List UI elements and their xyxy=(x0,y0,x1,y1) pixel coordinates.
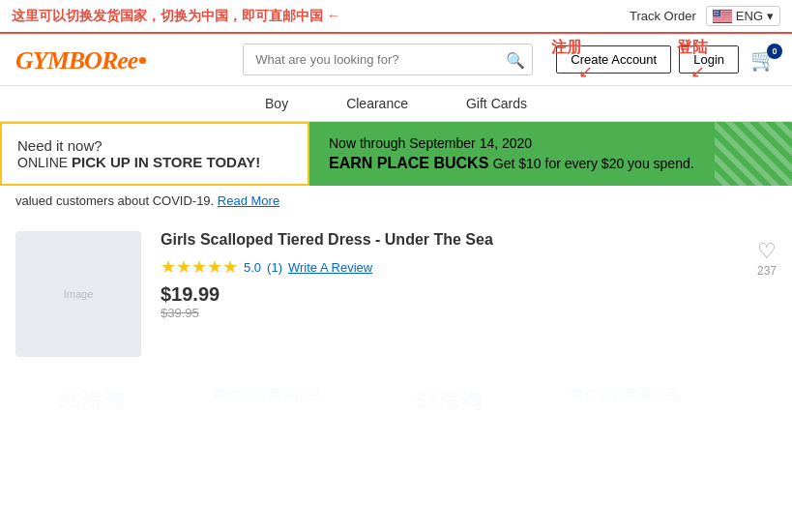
svg-rect-5 xyxy=(713,18,732,19)
create-account-button[interactable]: Create Account xyxy=(556,45,671,74)
write-review-link[interactable]: Write A Review xyxy=(288,260,372,275)
svg-rect-6 xyxy=(713,20,732,21)
header-actions: Create Account Login 🛒 0 xyxy=(556,45,777,74)
announcement-text: 这里可以切换发货国家，切换为中国，即可直邮中国 ← xyxy=(12,8,340,25)
promo-pickup-banner: Need it now? ONLINE PICK UP IN STORE TOD… xyxy=(0,122,309,186)
product-price: $19.99 xyxy=(161,283,738,306)
language-selector[interactable]: ENG ▾ xyxy=(706,6,780,26)
svg-point-8 xyxy=(714,10,715,11)
svg-point-21 xyxy=(715,15,716,15)
svg-point-10 xyxy=(717,10,718,11)
search-input[interactable] xyxy=(243,44,533,75)
wishlist-heart-icon[interactable]: ♡ xyxy=(757,239,777,264)
search-icon: 🔍 xyxy=(506,51,525,68)
product-image: Image xyxy=(15,231,141,357)
wishlist-count: 237 xyxy=(757,264,777,278)
svg-point-12 xyxy=(714,12,715,13)
covid-read-more-link[interactable]: Read More xyxy=(218,193,279,208)
product-area: Image Girls Scalloped Tiered Dress - Und… xyxy=(0,216,792,372)
svg-point-13 xyxy=(715,12,716,13)
nav-item-gift-cards[interactable]: Gift Cards xyxy=(466,96,527,111)
track-order-link[interactable]: Track Order xyxy=(630,9,696,23)
svg-point-17 xyxy=(715,13,716,14)
site-header: GYMBORee 🔍 Create Account Login 🛒 0 注册 登… xyxy=(0,34,792,86)
wishlist-area: ♡ 237 xyxy=(757,239,777,278)
nav-item-boy[interactable]: Boy xyxy=(265,96,288,111)
promo-earn-strong: EARN PLACE BUCKS xyxy=(329,155,488,171)
login-button[interactable]: Login xyxy=(679,45,739,74)
product-rating-row: ★★★★★ 5.0 (1) Write A Review xyxy=(161,256,738,278)
svg-point-15 xyxy=(718,12,719,13)
svg-point-16 xyxy=(714,13,715,14)
svg-point-23 xyxy=(718,15,719,15)
product-info: Girls Scalloped Tiered Dress - Under The… xyxy=(161,231,738,320)
promo-earn-detail: Get $10 for every $20 you spend. xyxy=(493,156,694,171)
svg-point-11 xyxy=(718,10,719,11)
main-navigation: Boy Clearance Gift Cards xyxy=(0,86,792,122)
svg-point-9 xyxy=(715,10,716,11)
promo-need-it-text: Need it now? xyxy=(17,137,292,154)
logo-dot xyxy=(139,57,146,64)
covid-text: valued customers about COVID-19. xyxy=(15,193,214,208)
search-bar: 🔍 xyxy=(243,44,533,75)
lang-label: ENG xyxy=(736,9,763,23)
promo-bucks-banner: Now through September 14, 2020 EARN PLAC… xyxy=(309,122,792,186)
covid-notice: valued customers about COVID-19. Read Mo… xyxy=(0,186,792,216)
search-button[interactable]: 🔍 xyxy=(506,50,525,69)
stripes-decoration xyxy=(715,122,792,186)
promo-earn-text: EARN PLACE BUCKS Get $10 for every $20 y… xyxy=(329,155,773,172)
promo-online-text: ONLINE xyxy=(17,155,68,170)
product-review-count[interactable]: (1) xyxy=(267,260,282,275)
product-image-placeholder-text: Image xyxy=(64,288,94,300)
promo-area: Need it now? ONLINE PICK UP IN STORE TOD… xyxy=(0,122,792,186)
product-original-price: $39.95 xyxy=(161,306,738,320)
svg-point-14 xyxy=(717,12,718,13)
chevron-down-icon: ▾ xyxy=(767,9,774,23)
promo-pickup-strong: PICK UP IN STORE TODAY! xyxy=(72,154,260,170)
product-title: Girls Scalloped Tiered Dress - Under The… xyxy=(161,231,738,249)
svg-point-20 xyxy=(714,15,715,15)
us-flag-icon xyxy=(713,10,732,23)
promo-through-text: Now through September 14, 2020 xyxy=(329,135,773,151)
announcement-bar: 这里可以切换发货国家，切换为中国，即可直邮中国 ← Track Order xyxy=(0,0,792,34)
svg-point-22 xyxy=(717,15,718,15)
svg-point-18 xyxy=(717,13,718,14)
promo-pickup-text: ONLINE PICK UP IN STORE TODAY! xyxy=(17,154,292,170)
site-logo: GYMBORee xyxy=(15,44,146,75)
product-stars: ★★★★★ xyxy=(161,256,238,278)
svg-rect-4 xyxy=(713,16,732,17)
cart-count-badge: 0 xyxy=(767,44,782,59)
svg-point-19 xyxy=(718,13,719,14)
nav-item-clearance[interactable]: Clearance xyxy=(346,96,408,111)
product-rating-score[interactable]: 5.0 xyxy=(244,260,261,275)
cart-button[interactable]: 🛒 0 xyxy=(750,47,777,73)
